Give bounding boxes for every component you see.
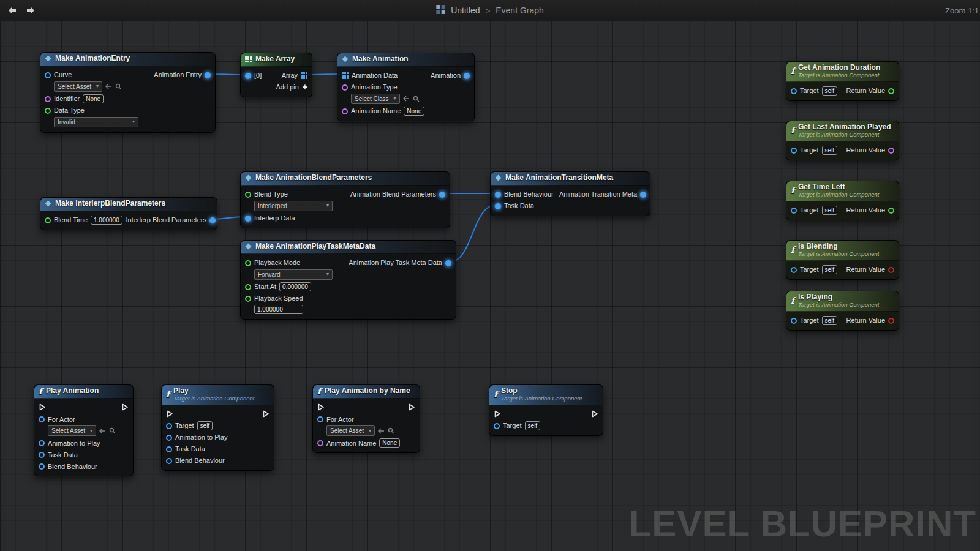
make-interlerpblendparameters-node[interactable]: Make InterlerpBlendParametersBlend Time1… — [40, 197, 217, 230]
pin-animation-entry[interactable] — [205, 72, 211, 78]
dropdown-playback-mode[interactable]: Forward▾ — [254, 269, 333, 280]
pin-exec[interactable] — [166, 410, 173, 418]
dropdown-animation-type[interactable]: Select Class▾ — [351, 94, 400, 104]
pin-return-value[interactable] — [888, 318, 894, 324]
pin-for-actor[interactable] — [39, 416, 45, 422]
breadcrumb-title[interactable]: Untitled — [451, 6, 480, 15]
is-playing-node[interactable]: fIs PlayingTarget is Animation Component… — [786, 291, 899, 331]
pin-target[interactable] — [791, 88, 797, 94]
play-animation-by-name-node[interactable]: fPlay Animation by NameFor ActorSelect A… — [312, 384, 420, 453]
get-animation-duration-node[interactable]: fGet Animation DurationTarget is Animati… — [786, 61, 899, 101]
add-pin-button[interactable]: Add pin+ — [276, 83, 308, 91]
pin-target[interactable] — [791, 208, 797, 214]
pin-exec[interactable] — [494, 410, 501, 418]
pin-exec[interactable] — [317, 403, 325, 411]
pin-target[interactable] — [791, 318, 797, 324]
pin-playback-mode[interactable] — [245, 260, 251, 266]
browse-icon[interactable] — [388, 427, 394, 434]
pin-task-data[interactable] — [495, 203, 501, 209]
get-time-left-node[interactable]: fGet Time LeftTarget is Animation Compon… — [786, 181, 899, 220]
use-selected-icon[interactable] — [378, 428, 385, 434]
pin-0[interactable] — [245, 73, 251, 79]
pin-interlerp-blend-parameters[interactable] — [209, 217, 216, 223]
stop-node[interactable]: fStopTarget is Animation ComponentTarget… — [489, 384, 603, 436]
make-animation-entry-node[interactable]: Make AnimationEntryCurveSelect Asset▾Ani… — [40, 52, 216, 133]
dropdown-for-actor[interactable]: Select Asset▾ — [48, 425, 96, 436]
use-selected-icon[interactable] — [105, 83, 112, 89]
make-animationplaytaskmetadata-node[interactable]: Make AnimationPlayTaskMetaDataPlayback M… — [240, 240, 456, 320]
pin-return-value[interactable] — [888, 148, 894, 154]
make-animation-node[interactable]: Make AnimationAnimation DataAnimationAni… — [337, 53, 475, 121]
value-target[interactable]: self — [822, 316, 838, 325]
make-animationblendparameters-node[interactable]: Make AnimationBlendParametersBlend TypeI… — [240, 171, 450, 228]
pin-interlerp-data[interactable] — [245, 216, 251, 222]
browse-icon[interactable] — [115, 83, 122, 90]
pin-animation-to-play[interactable] — [166, 435, 172, 441]
pin-animation-transition-meta[interactable] — [640, 192, 646, 198]
dropdown-data-type[interactable]: Invalid▾ — [54, 117, 138, 127]
pin-target[interactable] — [166, 423, 172, 429]
value-animation-name[interactable]: None — [404, 107, 424, 116]
value-animation-name[interactable]: None — [379, 438, 400, 448]
pin-exec[interactable] — [591, 410, 598, 418]
pin-blend-type[interactable] — [245, 192, 251, 198]
pin-identifier[interactable] — [45, 96, 51, 102]
pin-array[interactable] — [301, 72, 307, 79]
get-last-animation-played-node[interactable]: fGet Last Animation PlayedTarget is Anim… — [786, 121, 899, 160]
pin-return-value[interactable] — [888, 208, 894, 214]
value-start-at[interactable]: 0.000000 — [279, 282, 311, 291]
pin-blend-behaviour[interactable] — [166, 458, 172, 464]
value-playback-speed[interactable]: 1.000000 — [254, 305, 303, 314]
pin-blend-behaviour[interactable] — [495, 192, 501, 198]
pin-target[interactable] — [791, 267, 797, 273]
value-blend-time[interactable]: 1.000000 — [91, 216, 123, 225]
pin-start-at[interactable] — [245, 284, 251, 290]
pin-playback-speed[interactable] — [245, 296, 251, 302]
pin-animation-data[interactable] — [342, 72, 349, 79]
pin-animation-name[interactable] — [317, 440, 323, 446]
pin-task-data[interactable] — [166, 446, 172, 452]
pin-return-value[interactable] — [888, 88, 894, 94]
dropdown-for-actor[interactable]: Select Asset▾ — [326, 425, 375, 436]
pin-animation-blend-parameters[interactable] — [439, 192, 445, 198]
browse-icon[interactable] — [413, 96, 420, 102]
play-node[interactable]: fPlayTarget is Animation ComponentTarget… — [161, 384, 274, 471]
pin-curve[interactable] — [45, 72, 51, 78]
pin-exec[interactable] — [262, 410, 270, 418]
value-target[interactable]: self — [822, 265, 838, 274]
make-animationtransitionmeta-node[interactable]: Make AnimationTransitionMetaBlend Behavi… — [490, 171, 650, 216]
pin-exec[interactable] — [39, 403, 46, 411]
pin-exec[interactable] — [408, 403, 415, 411]
pin-return-value[interactable] — [888, 267, 894, 273]
pin-animation-to-play[interactable] — [39, 440, 45, 446]
value-target[interactable]: self — [822, 146, 838, 155]
dropdown-curve[interactable]: Select Asset▾ — [54, 81, 102, 92]
make-array-node[interactable]: Make Array[0]ArrayAdd pin+ — [240, 53, 312, 97]
pin-animation-play-task-meta-data[interactable] — [445, 260, 451, 266]
browse-icon[interactable] — [109, 427, 116, 434]
dropdown-blend-type[interactable]: Interlerped▾ — [254, 201, 333, 211]
pin-exec[interactable] — [121, 403, 129, 411]
breadcrumb-tab[interactable]: Event Graph — [496, 6, 544, 15]
is-blending-node[interactable]: fIs BlendingTarget is Animation Componen… — [786, 240, 899, 280]
pin-animation-type[interactable] — [342, 84, 348, 91]
back-arrow-icon[interactable] — [5, 3, 20, 18]
value-target[interactable]: self — [197, 421, 213, 430]
pin-target[interactable] — [791, 148, 797, 154]
value-target[interactable]: self — [525, 421, 541, 430]
value-target[interactable]: self — [822, 86, 838, 96]
use-selected-icon[interactable] — [403, 96, 410, 102]
play-animation-node[interactable]: fPlay AnimationFor ActorSelect Asset▾Ani… — [34, 384, 134, 476]
use-selected-icon[interactable] — [99, 428, 106, 434]
pin-blend-behaviour[interactable] — [39, 463, 45, 470]
value-identifier[interactable]: None — [83, 94, 104, 103]
pin-animation-name[interactable] — [342, 108, 348, 114]
forward-arrow-icon[interactable] — [23, 3, 38, 18]
pin-blend-time[interactable] — [45, 217, 51, 223]
value-target[interactable]: self — [822, 206, 838, 215]
pin-animation[interactable] — [464, 73, 470, 79]
pin-for-actor[interactable] — [317, 416, 323, 422]
pin-target[interactable] — [494, 423, 500, 429]
pin-task-data[interactable] — [39, 452, 45, 458]
pin-data-type[interactable] — [45, 108, 51, 114]
